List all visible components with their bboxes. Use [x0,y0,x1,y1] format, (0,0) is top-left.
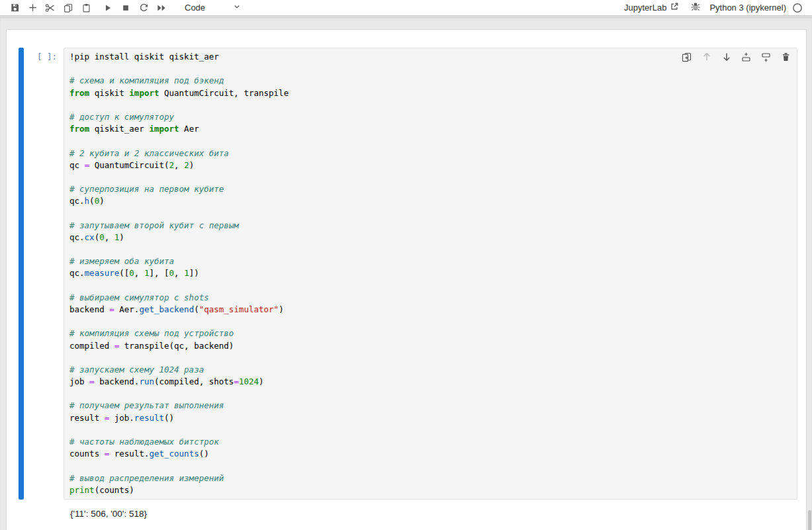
paste-icon [81,3,91,13]
cell-editor[interactable]: !pip install qiskit qiskit_aer # схема и… [64,48,797,500]
restart-run-all-button[interactable] [156,3,167,13]
cut-cell-button[interactable] [45,3,56,13]
cut-icon [45,3,56,13]
code-area[interactable]: !pip install qiskit qiskit_aer # схема и… [64,48,797,496]
save-button[interactable] [9,3,20,13]
insert-cell-above-button[interactable] [741,52,752,64]
add-icon [28,3,38,13]
move-cell-down-icon [721,52,732,64]
notebook-panel: [ ]: !pip install qiskit qiskit_aer # сх… [6,29,807,530]
delete-cell-icon [781,52,791,64]
move-cell-up-button[interactable] [701,52,712,64]
copy-cell-button[interactable] [63,3,73,13]
chevron-down-icon [232,2,242,13]
kernel-status-icon [792,3,803,13]
duplicate-cell-button[interactable] [681,52,692,64]
cell-collapser[interactable] [19,48,24,500]
run-icon [103,3,113,13]
duplicate-cell-icon [681,52,692,65]
notebook-toolbar: Code JupyterLab Python 3 (ipykernel) [0,0,812,16]
move-cell-down-button[interactable] [721,52,732,64]
cell-output: {'11': 506, '00': 518} [70,509,147,519]
kernel-name[interactable]: Python 3 (ipykernel) [709,3,786,13]
external-link-icon [670,2,679,13]
jupyterlab-link-label: JupyterLab [624,3,666,13]
stop-icon [121,3,130,13]
paste-cell-button[interactable] [81,3,91,13]
insert-cell-above-icon [741,52,752,65]
restart-icon [139,3,149,13]
debugger-button[interactable] [690,2,701,14]
interrupt-kernel-button[interactable] [120,3,131,13]
copy-icon [63,3,73,13]
cell-toolbar [681,52,791,64]
jupyterlab-link[interactable]: JupyterLab [624,2,679,13]
insert-cell-below-icon [760,52,772,65]
move-cell-up-icon [701,52,712,64]
cell-input-prompt: [ ]: [37,52,57,62]
bug-icon [690,1,701,14]
fast-forward-icon [156,3,167,13]
notebook-scroll-area: [ ]: !pip install qiskit qiskit_aer # сх… [0,17,812,530]
save-icon [10,3,20,13]
cell-type-value: Code [185,3,205,13]
run-cell-button[interactable] [103,3,113,13]
insert-cell-button[interactable] [27,3,38,13]
cell-type-dropdown[interactable]: Code [179,1,246,15]
scrollbar-thumb[interactable] [808,510,811,530]
delete-cell-button[interactable] [780,52,791,64]
insert-cell-below-button[interactable] [760,52,772,64]
restart-kernel-button[interactable] [138,3,149,13]
